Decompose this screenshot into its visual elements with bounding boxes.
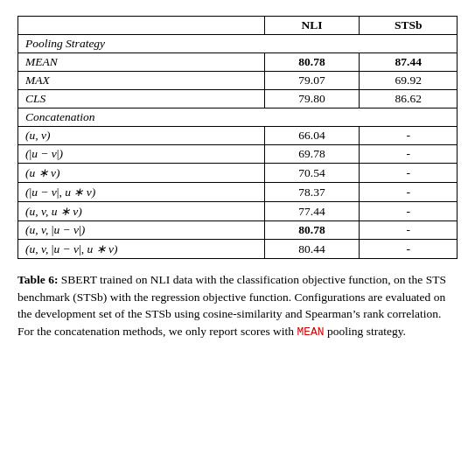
row-nli-value: 79.80	[264, 90, 360, 108]
row-label: (|u − v|)	[18, 145, 265, 164]
section-label-cell: Pooling Strategy	[18, 35, 458, 53]
row-label: MAX	[18, 72, 265, 90]
table-row: (|u − v|, u ∗ v)78.37-	[18, 183, 458, 202]
caption-number: Table 6:	[17, 273, 58, 286]
section-label-row: Pooling Strategy	[18, 35, 458, 53]
row-stsb-value: -	[360, 164, 458, 183]
row-nli-value: 80.78	[264, 221, 360, 240]
results-table: NLI STSb Pooling StrategyMEAN80.7887.44M…	[17, 16, 458, 259]
table-row: (u, v)66.04-	[18, 127, 458, 145]
row-nli-value: 80.78	[264, 53, 360, 72]
row-nli-value: 77.44	[264, 202, 360, 221]
table-row: (|u − v|)69.78-	[18, 145, 458, 164]
table-row: MEAN80.7887.44	[18, 53, 458, 72]
row-stsb-value: -	[360, 202, 458, 221]
row-stsb-value: 69.92	[360, 72, 458, 90]
row-label: (u, v)	[18, 127, 265, 145]
row-nli-value: 78.37	[264, 183, 360, 202]
table-caption: Table 6: SBERT trained on NLI data with …	[17, 271, 458, 341]
row-stsb-value: -	[360, 127, 458, 145]
row-nli-value: 69.78	[264, 145, 360, 164]
results-table-container: NLI STSb Pooling StrategyMEAN80.7887.44M…	[17, 16, 458, 259]
row-label: (u ∗ v)	[18, 164, 265, 183]
row-label: MEAN	[18, 53, 265, 72]
caption-text-end: pooling strategy.	[325, 325, 406, 338]
col-header-nli: NLI	[264, 17, 360, 35]
table-row: (u, v, |u − v|, u ∗ v)80.44-	[18, 240, 458, 259]
row-label: (u, v, |u − v|, u ∗ v)	[18, 240, 265, 259]
table-row: (u, v, |u − v|)80.78-	[18, 221, 458, 240]
row-label: (|u − v|, u ∗ v)	[18, 183, 265, 202]
col-header-strategy	[18, 17, 265, 35]
table-row: MAX79.0769.92	[18, 72, 458, 90]
section-label-cell: Concatenation	[18, 108, 458, 127]
row-stsb-value: 87.44	[360, 53, 458, 72]
row-stsb-value: -	[360, 221, 458, 240]
row-nli-value: 70.54	[264, 164, 360, 183]
section-label-row: Concatenation	[18, 108, 458, 127]
row-stsb-value: -	[360, 240, 458, 259]
row-stsb-value: -	[360, 183, 458, 202]
row-nli-value: 66.04	[264, 127, 360, 145]
caption-mean-label: MEAN	[297, 326, 324, 339]
row-stsb-value: -	[360, 145, 458, 164]
row-label: (u, v, |u − v|)	[18, 221, 265, 240]
table-row: CLS79.8086.62	[18, 90, 458, 108]
table-header-row: NLI STSb	[18, 17, 458, 35]
col-header-stsb: STSb	[360, 17, 458, 35]
row-label: (u, v, u ∗ v)	[18, 202, 265, 221]
table-row: (u ∗ v)70.54-	[18, 164, 458, 183]
row-nli-value: 79.07	[264, 72, 360, 90]
row-stsb-value: 86.62	[360, 90, 458, 108]
row-label: CLS	[18, 90, 265, 108]
table-row: (u, v, u ∗ v)77.44-	[18, 202, 458, 221]
row-nli-value: 80.44	[264, 240, 360, 259]
